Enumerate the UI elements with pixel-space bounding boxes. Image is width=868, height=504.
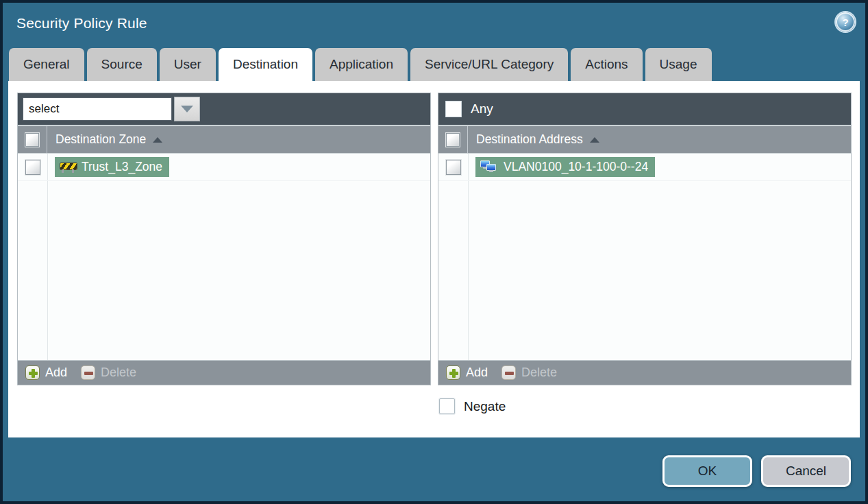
- address-row-checkbox[interactable]: [446, 160, 461, 175]
- delete-zone-label: Delete: [101, 365, 136, 380]
- zone-chip[interactable]: Trust_L3_Zone: [55, 157, 169, 177]
- add-address-button[interactable]: Add: [446, 365, 488, 380]
- plus-icon: [25, 365, 40, 380]
- zone-select-input[interactable]: [23, 97, 172, 121]
- tab-actions[interactable]: Actions: [571, 48, 642, 81]
- address-row[interactable]: VLAN0100_10-1-100-0--24: [438, 154, 851, 181]
- address-list: VLAN0100_10-1-100-0--24: [438, 154, 851, 360]
- zone-chip-label: Trust_L3_Zone: [82, 160, 162, 174]
- plus-icon: [446, 365, 460, 380]
- delete-address-button[interactable]: Delete: [501, 365, 557, 380]
- cancel-button[interactable]: Cancel: [761, 455, 851, 487]
- help-icon[interactable]: ?: [836, 12, 855, 32]
- zone-row-checkbox[interactable]: [25, 160, 40, 175]
- address-column-label: Destination Address: [476, 132, 583, 147]
- negate-row: Negate: [439, 398, 857, 414]
- zone-footer: Add Delete: [18, 360, 430, 385]
- panels-container: Destination Zone Trust_L3_Zone: [12, 93, 857, 385]
- zone-row[interactable]: Trust_L3_Zone: [18, 154, 430, 181]
- zone-select-all-cell: [18, 126, 47, 153]
- sort-ascending-icon: [590, 137, 599, 143]
- destination-address-panel: Any Destination Address: [438, 93, 852, 385]
- zone-select-all-checkbox[interactable]: [25, 133, 39, 147]
- add-zone-button[interactable]: Add: [25, 365, 67, 380]
- address-chip[interactable]: VLAN0100_10-1-100-0--24: [475, 157, 655, 177]
- title-bar: Security Policy Rule ?: [3, 3, 865, 44]
- sort-ascending-icon: [153, 137, 162, 143]
- page-title: Security Policy Rule: [16, 15, 147, 32]
- delete-zone-button[interactable]: Delete: [81, 365, 136, 380]
- minus-icon: [81, 365, 95, 380]
- network-hosts-icon: [480, 160, 498, 173]
- negate-label: Negate: [464, 399, 506, 414]
- address-footer: Add Delete: [438, 360, 851, 385]
- tab-application[interactable]: Application: [315, 48, 408, 81]
- zone-select-bar: [18, 93, 430, 126]
- any-checkbox[interactable]: [445, 101, 462, 117]
- tab-source[interactable]: Source: [87, 48, 157, 81]
- ok-button[interactable]: OK: [662, 455, 752, 487]
- negate-checkbox[interactable]: [439, 398, 455, 414]
- destination-zone-panel: Destination Zone Trust_L3_Zone: [17, 93, 431, 385]
- chevron-down-icon: [181, 106, 193, 112]
- tab-user[interactable]: User: [160, 48, 216, 81]
- tab-bar: General Source User Destination Applicat…: [3, 44, 865, 81]
- tab-destination[interactable]: Destination: [219, 48, 312, 81]
- address-column-header[interactable]: Destination Address: [438, 126, 851, 154]
- zone-list: Trust_L3_Zone: [18, 154, 430, 360]
- security-policy-rule-dialog: Security Policy Rule ? General Source Us…: [0, 0, 868, 504]
- tab-usage[interactable]: Usage: [645, 48, 712, 81]
- zone-barrier-icon: [60, 161, 76, 173]
- address-row-check-cell: [438, 154, 468, 180]
- tab-general[interactable]: General: [9, 48, 84, 81]
- zone-column-header[interactable]: Destination Zone: [18, 126, 430, 154]
- address-any-bar: Any: [438, 93, 851, 126]
- add-zone-label: Add: [45, 365, 67, 380]
- address-select-all-cell: [438, 126, 468, 153]
- delete-address-label: Delete: [521, 365, 557, 380]
- destination-tab-content: Destination Zone Trust_L3_Zone: [8, 81, 860, 437]
- dialog-action-bar: OK Cancel: [3, 437, 865, 501]
- address-chip-label: VLAN0100_10-1-100-0--24: [504, 160, 648, 174]
- address-select-all-checkbox[interactable]: [446, 133, 460, 147]
- zone-column-label: Destination Zone: [55, 132, 146, 147]
- add-address-label: Add: [466, 365, 488, 380]
- zone-select-dropdown-button[interactable]: [174, 97, 200, 121]
- minus-icon: [501, 365, 516, 380]
- zone-row-check-cell: [18, 154, 47, 180]
- tab-service-url-category[interactable]: Service/URL Category: [410, 48, 568, 81]
- any-label: Any: [471, 101, 493, 117]
